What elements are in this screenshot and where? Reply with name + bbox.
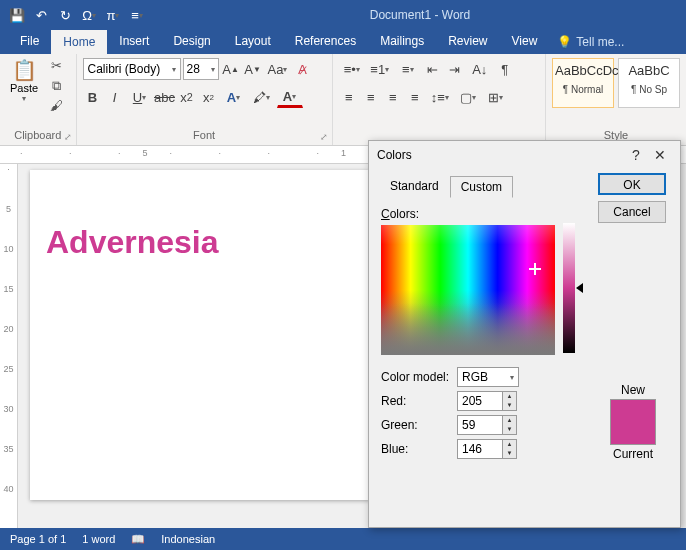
tab-standard[interactable]: Standard [379,175,450,197]
quick-access-toolbar: 💾 ↶ ↻ Ω▾ π▾ ≡▾ [0,4,154,26]
subscript-icon[interactable]: x2 [177,86,197,108]
red-spinner[interactable]: ▲▼ [503,391,517,411]
tab-design[interactable]: Design [161,30,222,54]
red-input[interactable]: 205 [457,391,503,411]
redo-icon[interactable]: ↻ [54,4,76,26]
green-spinner[interactable]: ▲▼ [503,415,517,435]
tab-review[interactable]: Review [436,30,499,54]
tab-mailings[interactable]: Mailings [368,30,436,54]
align-center-icon[interactable]: ≡ [361,86,381,108]
proofing-icon[interactable]: 📖 [131,533,145,546]
shrink-font-icon[interactable]: A▼ [243,58,263,80]
dialog-titlebar[interactable]: Colors ? ✕ [369,141,680,169]
current-label: Current [602,447,664,461]
color-spectrum[interactable] [381,225,555,355]
color-model-select[interactable]: RGB▾ [457,367,519,387]
vertical-ruler[interactable]: ·510152025303540 [0,164,18,528]
luminance-slider[interactable] [563,223,575,353]
align-right-icon[interactable]: ≡ [383,86,403,108]
launcher-icon[interactable]: ⤢ [320,132,328,142]
align-left-icon[interactable]: ≡ [339,86,359,108]
pi-icon[interactable]: π▾ [102,4,124,26]
bullets-icon[interactable]: ≡•▾ [339,58,365,80]
tab-view[interactable]: View [500,30,550,54]
status-page[interactable]: Page 1 of 1 [10,533,66,545]
numbering-icon[interactable]: ≡1▾ [367,58,393,80]
paste-label: Paste [6,82,42,94]
underline-icon[interactable]: U▾ [127,86,153,108]
ok-button[interactable]: OK [598,173,666,195]
superscript-icon[interactable]: x2 [199,86,219,108]
copy-icon[interactable]: ⧉ [46,78,66,96]
change-case-icon[interactable]: Aa▾ [265,58,291,80]
group-paragraph: ≡•▾ ≡1▾ ≡▾ ⇤ ⇥ A↓ ¶ ≡ ≡ ≡ ≡ ↕≡▾ ▢▾ ⊞▾ [333,54,546,145]
font-name-combo[interactable]: Calibri (Body)▾ [83,58,181,80]
tab-file[interactable]: File [8,30,51,54]
paste-button[interactable]: 📋 Paste ▾ [6,58,42,116]
format-painter-icon[interactable]: 🖌 [46,98,66,116]
style-preview: AaBbCcDc [555,63,611,78]
outdent-icon[interactable]: ⇤ [423,58,443,80]
document-text[interactable]: Advernesia [46,224,366,261]
tab-references[interactable]: References [283,30,368,54]
status-bar: Page 1 of 1 1 word 📖 Indonesian [0,528,686,550]
group-font: Calibri (Body)▾ 28▾ A▲ A▼ Aa▾ A̷ B I U▾ … [77,54,333,145]
status-language[interactable]: Indonesian [161,533,215,545]
multilevel-icon[interactable]: ≡▾ [395,58,421,80]
style-nospace[interactable]: AaBbC ¶ No Sp [618,58,680,108]
green-input[interactable]: 59 [457,415,503,435]
paste-icon: 📋 [6,58,42,82]
text-effects-icon[interactable]: A▾ [221,86,247,108]
colors-dialog: Colors ? ✕ OK Cancel Standard Custom Col… [368,140,681,528]
green-label: Green: [381,418,457,432]
cut-icon[interactable]: ✂ [46,58,66,76]
bulb-icon: 💡 [557,35,572,49]
style-name: ¶ No Sp [621,84,677,95]
highlight-icon[interactable]: 🖍▾ [249,86,275,108]
shading-icon[interactable]: ▢▾ [455,86,481,108]
colors-label: Colors: [381,207,668,221]
save-icon[interactable]: 💾 [6,4,28,26]
style-name: ¶ Normal [555,84,611,95]
color-model-label: Color model: [381,370,457,384]
group-styles: AaBbCcDc ¶ Normal AaBbC ¶ No Sp Style [546,54,686,145]
tab-insert[interactable]: Insert [107,30,161,54]
crosshair-icon [529,263,541,275]
borders-icon[interactable]: ⊞▾ [483,86,509,108]
tab-home[interactable]: Home [51,30,107,54]
tab-custom[interactable]: Custom [450,176,513,198]
ribbon: 📋 Paste ▾ ✂ ⧉ 🖌 Clipboard⤢ Calibri (Body… [0,54,686,146]
clear-format-icon[interactable]: A̷ [293,58,313,80]
luminance-arrow-icon[interactable] [576,283,583,293]
group-label-clipboard: Clipboard [14,129,61,141]
sort-icon[interactable]: A↓ [467,58,493,80]
close-icon[interactable]: ✕ [648,147,672,163]
page[interactable]: Advernesia [30,170,370,500]
style-normal[interactable]: AaBbCcDc ¶ Normal [552,58,614,108]
indent-icon[interactable]: ⇥ [445,58,465,80]
style-preview: AaBbC [621,63,677,78]
tab-layout[interactable]: Layout [223,30,283,54]
italic-icon[interactable]: I [105,86,125,108]
omega-icon[interactable]: Ω▾ [78,4,100,26]
red-label: Red: [381,394,457,408]
ribbon-tabs: File Home Insert Design Layout Reference… [0,30,686,54]
undo-icon[interactable]: ↶ [30,4,52,26]
blue-spinner[interactable]: ▲▼ [503,439,517,459]
strike-icon[interactable]: abc [155,86,175,108]
status-words[interactable]: 1 word [82,533,115,545]
justify-icon[interactable]: ≡ [405,86,425,108]
launcher-icon[interactable]: ⤢ [64,132,72,142]
show-marks-icon[interactable]: ¶ [495,58,515,80]
window-title: Document1 - Word [154,8,686,22]
list-icon[interactable]: ≡▾ [126,4,148,26]
tell-me[interactable]: 💡Tell me... [549,30,632,54]
font-color-icon[interactable]: A▾ [277,86,303,108]
blue-input[interactable]: 146 [457,439,503,459]
help-icon[interactable]: ? [624,147,648,163]
grow-font-icon[interactable]: A▲ [221,58,241,80]
line-spacing-icon[interactable]: ↕≡▾ [427,86,453,108]
font-size-combo[interactable]: 28▾ [183,58,219,80]
dialog-title: Colors [377,148,624,162]
bold-icon[interactable]: B [83,86,103,108]
